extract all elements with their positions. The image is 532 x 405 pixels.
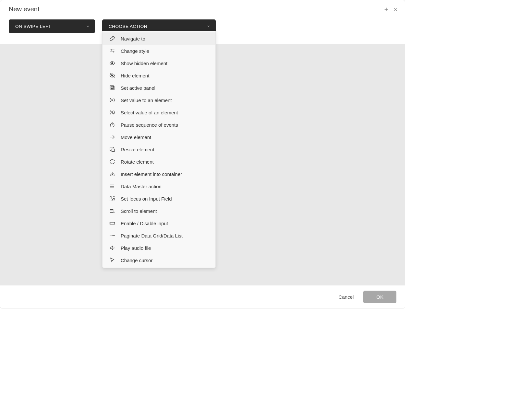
resize-icon xyxy=(109,146,115,153)
sliders-icon xyxy=(109,48,115,54)
audio-icon xyxy=(109,245,115,251)
menu-item-set-focus-on-input-field[interactable]: Set focus on Input Field xyxy=(103,192,215,205)
menu-item-set-active-panel[interactable]: Set active panel xyxy=(103,82,215,94)
input-icon xyxy=(109,220,115,226)
svg-point-23 xyxy=(112,235,113,236)
menu-item-label: Set value to an element xyxy=(121,98,172,103)
dialog-footer: Cancel OK xyxy=(0,285,405,308)
menu-item-label: Move element xyxy=(121,134,151,140)
x-parens-icon xyxy=(109,97,115,103)
header-icons xyxy=(383,6,398,12)
ok-button[interactable]: OK xyxy=(363,291,396,303)
dialog-header: New event xyxy=(0,0,405,17)
menu-item-label: Pause sequence of events xyxy=(121,122,178,128)
menu-item-navigate-to[interactable]: Navigate to xyxy=(103,32,215,45)
svg-rect-12 xyxy=(112,149,115,152)
rotate-icon xyxy=(109,158,115,165)
menu-item-data-master-action[interactable]: Data Master action xyxy=(103,180,215,192)
svg-point-4 xyxy=(112,63,113,64)
menu-item-move-element[interactable]: Move element xyxy=(103,131,215,143)
svg-point-22 xyxy=(110,235,111,236)
menu-item-label: Rotate element xyxy=(121,159,154,165)
trigger-dropdown-label: ON SWIPE LEFT xyxy=(15,24,51,29)
menu-item-label: Resize element xyxy=(121,147,154,152)
menu-item-paginate-data-grid-data-list[interactable]: Paginate Data Grid/Data List xyxy=(103,229,215,242)
add-icon[interactable] xyxy=(383,6,389,12)
trigger-dropdown[interactable]: ON SWIPE LEFT xyxy=(9,19,95,33)
svg-rect-9 xyxy=(112,88,113,89)
menu-item-label: Navigate to xyxy=(121,36,145,41)
eye-off-icon xyxy=(109,72,115,79)
menu-item-select-value-of-an-element[interactable]: Select value of an element xyxy=(103,106,215,119)
close-icon[interactable] xyxy=(393,6,398,12)
menu-item-label: Show hidden element xyxy=(121,61,167,66)
insert-icon xyxy=(109,171,115,177)
menu-item-label: Insert element into container xyxy=(121,171,182,177)
focus-icon xyxy=(109,195,115,202)
menu-item-label: Set active panel xyxy=(121,85,155,91)
menu-item-label: Change cursor xyxy=(121,258,152,263)
menu-item-change-style[interactable]: Change style xyxy=(103,45,215,57)
scroll-icon xyxy=(109,208,115,214)
menu-item-label: Scroll to element xyxy=(121,208,157,214)
svg-point-24 xyxy=(114,235,115,236)
menu-item-pause-sequence-of-events[interactable]: Pause sequence of events xyxy=(103,119,215,131)
menu-item-set-value-to-an-element[interactable]: Set value to an element xyxy=(103,94,215,106)
svg-rect-20 xyxy=(110,222,115,224)
menu-item-resize-element[interactable]: Resize element xyxy=(103,143,215,156)
menu-item-enable-disable-input[interactable]: Enable / Disable input xyxy=(103,217,215,229)
menu-item-label: Set focus on Input Field xyxy=(121,196,172,202)
panel-icon xyxy=(109,85,115,91)
menu-item-play-audio-file[interactable]: Play audio file xyxy=(103,242,215,254)
action-dropdown-menu: Navigate toChange styleShow hidden eleme… xyxy=(102,31,216,268)
menu-item-label: Enable / Disable input xyxy=(121,221,168,226)
dots-icon xyxy=(109,232,115,239)
menu-item-hide-element[interactable]: Hide element xyxy=(103,69,215,82)
bars-icon xyxy=(109,183,115,190)
menu-item-label: Change style xyxy=(121,48,149,54)
menu-item-insert-element-into-container[interactable]: Insert element into container xyxy=(103,168,215,180)
cursor-icon xyxy=(109,257,115,263)
stopwatch-icon xyxy=(109,122,115,128)
cancel-button[interactable]: Cancel xyxy=(336,291,357,303)
eye-icon xyxy=(109,60,115,66)
menu-item-change-cursor[interactable]: Change cursor xyxy=(103,254,215,266)
menu-item-rotate-element[interactable]: Rotate element xyxy=(103,156,215,168)
chevron-down-icon xyxy=(86,24,90,28)
chevron-down-icon xyxy=(207,24,211,28)
menu-item-label: Data Master action xyxy=(121,184,162,189)
menu-item-label: Hide element xyxy=(121,73,149,78)
action-dropdown-label: CHOOSE ACTION xyxy=(109,24,147,29)
menu-item-scroll-to-element[interactable]: Scroll to element xyxy=(103,205,215,217)
menu-item-label: Paginate Data Grid/Data List xyxy=(121,233,183,238)
arrow-right-icon xyxy=(109,134,115,140)
menu-item-show-hidden-element[interactable]: Show hidden element xyxy=(103,57,215,69)
dialog-title: New event xyxy=(9,6,40,13)
menu-item-label: Play audio file xyxy=(121,245,151,251)
x-check-parens-icon xyxy=(109,109,115,116)
link-icon xyxy=(109,35,115,42)
menu-item-label: Select value of an element xyxy=(121,110,178,115)
